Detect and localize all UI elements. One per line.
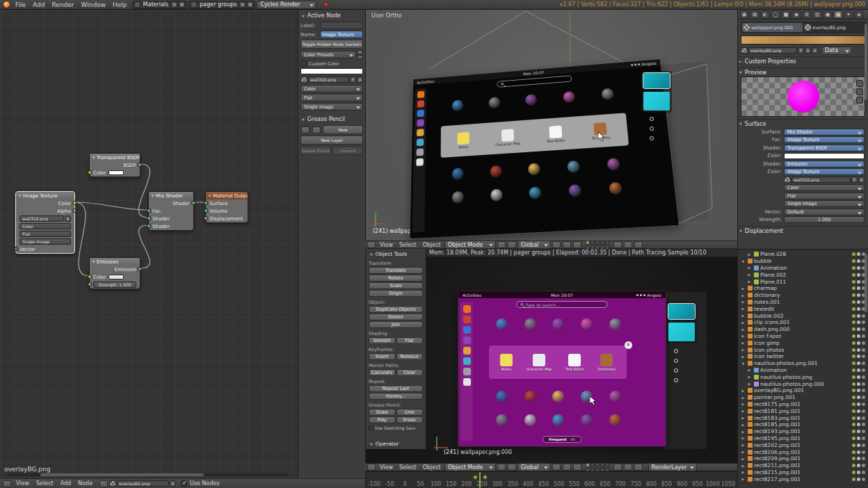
- render-toggle[interactable]: [862, 327, 865, 331]
- outliner-item[interactable]: ▶rect8181.png.001: [738, 407, 868, 414]
- viewport-menu-select[interactable]: Select: [396, 242, 419, 248]
- manipulator-scale-icon[interactable]: [573, 241, 581, 248]
- render-toggle[interactable]: [862, 375, 865, 379]
- blender-logo-icon[interactable]: [3, 1, 10, 8]
- dock-app-icon[interactable]: [463, 326, 471, 334]
- properties-tab-texture[interactable]: ▩: [833, 10, 843, 19]
- use-toggle[interactable]: [852, 348, 855, 352]
- layer-dot[interactable]: [605, 241, 609, 245]
- node-menu-node[interactable]: Node: [74, 480, 96, 487]
- scrollbar[interactable]: [865, 254, 867, 312]
- render-toggle[interactable]: [862, 320, 865, 324]
- manipulator-rotate-icon[interactable]: [563, 464, 571, 471]
- expand-icon[interactable]: ▶: [740, 355, 746, 359]
- layer-dot[interactable]: [600, 463, 604, 467]
- outliner-item[interactable]: ▶clip icons.001: [738, 319, 868, 326]
- render-toggle[interactable]: [862, 396, 865, 399]
- use-toggle[interactable]: [852, 430, 855, 433]
- viewport-shading-icon[interactable]: [497, 464, 506, 471]
- object-mode-select[interactable]: Object Mode: [444, 463, 496, 471]
- app-icon[interactable]: [524, 318, 536, 330]
- page-dot[interactable]: [674, 359, 678, 363]
- hide-toggle[interactable]: [857, 402, 860, 406]
- app-icon[interactable]: [581, 318, 593, 330]
- workspace-thumb[interactable]: [643, 73, 670, 88]
- page-dot[interactable]: [650, 127, 654, 131]
- tool-erase[interactable]: Erase: [396, 416, 424, 423]
- use-toggle[interactable]: [852, 266, 855, 270]
- use-toggle[interactable]: [852, 300, 855, 304]
- hide-toggle[interactable]: [857, 259, 860, 263]
- menu-help[interactable]: Help: [109, 1, 131, 8]
- hide-toggle[interactable]: [857, 280, 860, 284]
- expand-icon[interactable]: ▶: [740, 409, 746, 413]
- use-toggle[interactable]: [852, 471, 855, 474]
- tool-scale[interactable]: Scale: [369, 282, 423, 289]
- outliner-item[interactable]: ▶dash.png.000: [738, 326, 868, 333]
- folder-app[interactable]: Text Editor: [546, 125, 565, 143]
- editor-type-icon[interactable]: [3, 480, 11, 487]
- layer-dot[interactable]: [605, 463, 609, 467]
- layer-dot[interactable]: [595, 463, 600, 467]
- active-node-panel-header[interactable]: Active Node: [300, 11, 363, 20]
- add-preset-icon[interactable]: +: [357, 50, 363, 54]
- render-toggle[interactable]: [862, 368, 865, 372]
- fake-user-icon[interactable]: F: [350, 76, 356, 83]
- hide-toggle[interactable]: [857, 471, 860, 474]
- app-icon[interactable]: [552, 414, 564, 426]
- node-material-output[interactable]: Material OutputSurfaceVolumeDisplacement: [205, 191, 248, 223]
- node-option-select[interactable]: Color: [19, 223, 71, 229]
- activities-button[interactable]: Activities: [417, 79, 434, 84]
- surface-color-select[interactable]: Color: [784, 184, 865, 191]
- outliner-item[interactable]: ▶dictionary: [738, 292, 868, 299]
- properties-tab-constraints[interactable]: ◆: [791, 10, 801, 19]
- expand-icon[interactable]: ▶: [740, 307, 746, 311]
- outliner-item[interactable]: ▶rect8193.png.001: [738, 428, 868, 435]
- expand-icon[interactable]: ▶: [740, 327, 746, 332]
- menu-render[interactable]: Render: [49, 1, 78, 8]
- object-tools-panel-header[interactable]: Object Tools: [369, 250, 423, 258]
- properties-tab-object[interactable]: ■: [781, 10, 791, 19]
- use-toggle[interactable]: [852, 327, 855, 331]
- page-dot[interactable]: [650, 117, 654, 121]
- preview-texture-icon[interactable]: [856, 80, 863, 87]
- fake-user-icon[interactable]: F: [798, 47, 804, 54]
- hide-toggle[interactable]: [857, 273, 860, 277]
- hide-toggle[interactable]: [857, 327, 860, 331]
- render-still-icon[interactable]: [624, 464, 632, 471]
- folder-app[interactable]: Text Editor: [565, 354, 584, 371]
- hide-toggle[interactable]: [857, 464, 860, 467]
- hide-toggle[interactable]: [857, 266, 860, 270]
- page-dot[interactable]: [674, 378, 678, 382]
- hide-toggle[interactable]: [857, 430, 860, 433]
- expand-icon[interactable]: ▶: [740, 436, 746, 440]
- render-toggle[interactable]: [862, 478, 865, 481]
- outliner-item[interactable]: ▶rect8175.png.001: [738, 401, 868, 408]
- app-icon[interactable]: [609, 414, 621, 426]
- toggle-hidden-sockets-button[interactable]: Toggle Hidden Node Sockets: [300, 40, 363, 49]
- properties-tab-world[interactable]: ◯: [771, 10, 780, 19]
- use-sketching-row[interactable]: Use Sketching Sess: [369, 425, 423, 430]
- expand-icon[interactable]: ▶: [740, 389, 746, 393]
- node-editor[interactable]: overlayBG.png Image TextureColorAlphawal…: [0, 10, 298, 478]
- hide-toggle[interactable]: [857, 437, 860, 440]
- object-mode-select[interactable]: Object Mode: [444, 241, 496, 249]
- dock-app-icon[interactable]: [463, 316, 471, 323]
- outliner-item[interactable]: ▶rect8195.png.001: [738, 435, 868, 442]
- render-toggle[interactable]: [862, 471, 865, 474]
- gray-socket[interactable]: [204, 216, 208, 220]
- image-source-select[interactable]: Single Image: [300, 103, 363, 111]
- use-toggle[interactable]: [852, 361, 855, 365]
- color-socket[interactable]: [72, 201, 77, 205]
- manipulator-scale-icon[interactable]: [573, 464, 581, 471]
- expand-icon[interactable]: ▶: [740, 477, 746, 481]
- render-still-icon[interactable]: [624, 241, 632, 248]
- app-icon[interactable]: [552, 391, 564, 402]
- scene-field[interactable]: pager groups + ✕: [188, 1, 255, 9]
- tool-rotate[interactable]: Rotate: [369, 275, 423, 282]
- hide-toggle[interactable]: [857, 416, 860, 420]
- keyframe-marker[interactable]: [483, 475, 488, 480]
- editor-type-icon[interactable]: [367, 464, 376, 471]
- use-toggle[interactable]: [852, 334, 855, 338]
- dock-app-icon[interactable]: [417, 119, 424, 127]
